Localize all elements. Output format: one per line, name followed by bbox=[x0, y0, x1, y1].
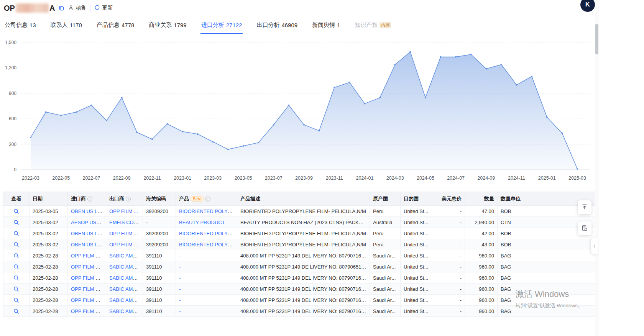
cell-importer[interactable]: OPP FILM E... bbox=[71, 264, 103, 270]
svg-text:0: 0 bbox=[14, 167, 16, 172]
svg-text:2022-09: 2022-09 bbox=[113, 175, 131, 181]
svg-text:2023-07: 2023-07 bbox=[265, 175, 283, 181]
cell-exporter[interactable]: SABIC AME... bbox=[109, 275, 140, 281]
table-row: 2025-02-28OPP FILM E...SABIC AME...39111… bbox=[3, 272, 595, 284]
cell-desc: 408.000 MT PP 5231P 149 DEL IVERY NO: 80… bbox=[240, 286, 370, 292]
cell-product[interactable]: - bbox=[179, 253, 181, 259]
cell-exporter[interactable]: SABIC AME... bbox=[109, 308, 140, 314]
tab-business-relations[interactable]: 商业关系1799 bbox=[148, 16, 187, 34]
update-button[interactable]: 更新 bbox=[94, 5, 113, 11]
cell-date: 2025-02-28 bbox=[33, 286, 58, 292]
tab-export-analysis[interactable]: 出口分析46909 bbox=[256, 16, 298, 34]
view-detail-button[interactable] bbox=[13, 297, 19, 303]
info-icon[interactable]: i bbox=[87, 197, 92, 202]
watermark-line2: 转到“设置”以激活 Windows。 bbox=[516, 302, 583, 309]
cell-exporter[interactable]: SABIC AME... bbox=[109, 286, 140, 292]
column-label: 日期 bbox=[33, 196, 43, 202]
cell-product[interactable]: - bbox=[179, 275, 181, 281]
view-detail-button[interactable] bbox=[13, 253, 19, 259]
cell-origin: Saudi Ar... bbox=[373, 286, 396, 292]
cell-exporter[interactable]: SABIC AME... bbox=[109, 297, 140, 303]
cell-hs: 39209200 bbox=[146, 242, 168, 247]
svg-text:2022-03: 2022-03 bbox=[22, 175, 39, 181]
tab-label: 知识产权 bbox=[355, 21, 378, 29]
copy-icon[interactable] bbox=[59, 5, 64, 11]
tab-contacts[interactable]: 联系人1170 bbox=[50, 16, 83, 34]
cell-exporter[interactable]: EMEIS COS... bbox=[109, 220, 141, 225]
cell-exporter[interactable]: SABIC AME... bbox=[109, 264, 140, 270]
cell-product[interactable]: - bbox=[179, 264, 181, 270]
table-row: 2025-03-02OBEN US LLCOPP FILM ...3920920… bbox=[3, 239, 595, 250]
view-detail-button[interactable] bbox=[13, 275, 19, 281]
tab-company-info[interactable]: 公司信息13 bbox=[4, 16, 37, 34]
tab-intellectual-property[interactable]: 知识产权内测 bbox=[354, 16, 392, 34]
cell-usd: - bbox=[460, 208, 462, 214]
cell-origin: Saudi Ar... bbox=[373, 297, 396, 303]
svg-text:2025-01: 2025-01 bbox=[538, 175, 556, 181]
country-indicator[interactable]: 秘鲁 bbox=[68, 5, 86, 11]
cell-importer[interactable]: OPP FILM E... bbox=[71, 275, 103, 281]
cell-importer[interactable]: OPP FILM E... bbox=[71, 297, 103, 303]
cell-product[interactable]: BIOORIENTED POLYPR... bbox=[179, 208, 237, 214]
cell-exporter[interactable]: SABIC AME... bbox=[109, 253, 140, 259]
column-header-product: 产品Betai bbox=[176, 192, 237, 206]
cell-importer[interactable]: AESOP USA ... bbox=[71, 220, 105, 225]
column-label: 进口商 bbox=[71, 196, 86, 202]
import-trend-chart[interactable]: 03006009001,2001,5002022-032022-052022-0… bbox=[0, 36, 592, 187]
tab-news-sentiment[interactable]: 新闻舆情1 bbox=[311, 16, 341, 34]
column-header-usd: 美元总价 bbox=[434, 192, 465, 206]
info-icon[interactable]: i bbox=[126, 197, 131, 202]
cell-exporter[interactable]: OPP FILM ... bbox=[109, 208, 138, 214]
svg-text:2022-11: 2022-11 bbox=[143, 175, 161, 181]
view-detail-button[interactable] bbox=[13, 208, 19, 214]
info-icon[interactable]: i bbox=[205, 197, 210, 202]
view-detail-button[interactable] bbox=[13, 308, 19, 314]
cell-usd: - bbox=[460, 308, 462, 314]
cell-dest: United St... bbox=[404, 264, 428, 270]
svg-text:2022-05: 2022-05 bbox=[52, 175, 70, 181]
chevron-left-icon: ‹ bbox=[593, 243, 595, 249]
view-detail-button[interactable] bbox=[13, 231, 19, 236]
shipments-table: 查看日期进口商i出口商i海关编码产品Betai产品描述原产国目的国美元总价数量数… bbox=[3, 192, 595, 317]
cell-exporter[interactable]: OPP FILM ... bbox=[109, 231, 138, 236]
cell-importer[interactable]: OBEN US LLC bbox=[71, 231, 104, 236]
view-detail-button[interactable] bbox=[13, 242, 19, 247]
cell-importer[interactable]: OBEN US LLC bbox=[71, 208, 104, 214]
cell-importer[interactable]: OPP FILM E... bbox=[71, 286, 103, 292]
scrollbar[interactable] bbox=[595, 0, 599, 336]
collapse-panel-handle[interactable]: ‹ bbox=[591, 238, 598, 254]
cell-usd: - bbox=[460, 220, 462, 225]
cell-qty: 960.00 bbox=[479, 275, 494, 281]
cell-exporter[interactable]: OPP FILM ... bbox=[109, 242, 138, 247]
cell-importer[interactable]: OPP FILM E... bbox=[71, 308, 103, 314]
view-detail-button[interactable] bbox=[13, 220, 19, 225]
cell-desc: 408.000 MT PP 5231P 149 DE LIVERY NO: 80… bbox=[240, 264, 370, 270]
tab-product-info[interactable]: 产品信息4778 bbox=[96, 16, 135, 34]
cell-product[interactable]: BIOORIENTED POLYPR... bbox=[179, 242, 237, 247]
update-label: 更新 bbox=[102, 5, 113, 11]
table-row: 2025-03-05OBEN US LLCOPP FILM ...3920920… bbox=[3, 206, 595, 217]
cell-importer[interactable]: OBEN US LLC bbox=[71, 242, 104, 247]
cell-product[interactable]: - bbox=[179, 308, 181, 314]
report-button[interactable] bbox=[578, 221, 591, 235]
column-label: 目的国 bbox=[404, 196, 419, 202]
view-detail-button[interactable] bbox=[13, 286, 19, 292]
cell-date: 2025-02-28 bbox=[33, 253, 58, 259]
cell-product[interactable]: - bbox=[179, 297, 181, 303]
watermark-line1: 激活 Windows bbox=[516, 288, 583, 300]
cell-date: 2025-03-02 bbox=[33, 231, 58, 236]
cell-product[interactable]: BIOORIENTED POLYPR... bbox=[179, 231, 237, 236]
tab-import-analysis[interactable]: 进口分析27122 bbox=[200, 16, 243, 34]
cell-product[interactable]: - bbox=[179, 286, 181, 292]
column-header-qty: 数量 bbox=[465, 192, 498, 206]
tab-label: 新闻舆情 bbox=[312, 21, 335, 29]
cell-hs: 391110 bbox=[146, 286, 162, 292]
cell-hs: - bbox=[146, 220, 148, 225]
cell-product[interactable]: BEAUTY PRODUCT bbox=[179, 220, 225, 225]
refresh-icon bbox=[94, 5, 100, 11]
back-to-top-button[interactable] bbox=[578, 200, 591, 214]
cell-origin: Peru bbox=[373, 242, 383, 247]
cell-importer[interactable]: OPP FILM E... bbox=[71, 253, 103, 259]
view-detail-button[interactable] bbox=[13, 264, 19, 270]
scrollbar-thumb[interactable] bbox=[595, 24, 598, 54]
